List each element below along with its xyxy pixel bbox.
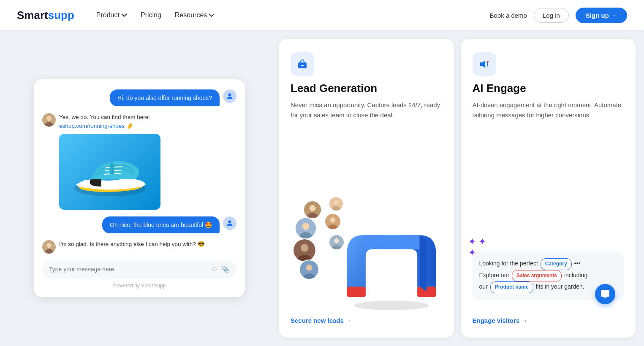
svg-point-38 <box>487 61 489 62</box>
chat-bubble-icon <box>600 289 610 299</box>
agent-avatar-2 <box>42 240 56 254</box>
msg-text-4: I'm so glad. Is there anything else I ca… <box>59 240 205 249</box>
bubble-1: Hi, do you also offer running shoes? <box>110 89 220 106</box>
svg-point-24 <box>301 244 309 252</box>
lead-gen-title: Lead Generation <box>291 82 442 95</box>
logo-smart: Smart <box>17 9 48 22</box>
lead-avatar-1 <box>303 200 322 219</box>
ai-engage-link[interactable]: Engage visitors → <box>473 317 624 324</box>
right-panels: Lead Generation Never miss an opportunit… <box>279 30 644 346</box>
chat-input-area: ☺ 📎 <box>42 260 236 278</box>
sign-up-button[interactable]: Sign up → <box>576 8 627 23</box>
svg-point-8 <box>228 220 231 223</box>
agent-face-icon-2 <box>42 240 56 254</box>
nav-links: Product Pricing Resources <box>91 8 490 22</box>
sales-tag: Sales arguments <box>512 270 562 282</box>
powered-by: Powered by Smartsupp <box>42 283 236 289</box>
ai-engage-card: AI Engage AI-driven engagement at the ri… <box>461 39 636 338</box>
chat-input-icons: ☺ 📎 <box>211 265 230 273</box>
message-incoming-2: I'm so glad. Is there anything else I ca… <box>42 240 236 254</box>
svg-point-10 <box>46 243 51 248</box>
log-in-button[interactable]: Log in <box>534 8 569 23</box>
chat-messages: Hi, do you also offer running shoes? <box>42 89 236 254</box>
message-incoming-1: Yes, we do. You can find them here: esho… <box>42 113 236 210</box>
msg-text-2: Yes, we do. You can find them here: esho… <box>59 113 160 130</box>
user-icon <box>226 92 234 100</box>
chevron-down-icon <box>121 12 127 18</box>
lead-avatar-6 <box>324 213 341 230</box>
lead-avatar-2 <box>295 217 317 239</box>
svg-point-27 <box>306 265 312 271</box>
nav-actions: Book a demo Log in Sign up → <box>490 8 627 23</box>
incoming-content-2: I'm so glad. Is there anything else I ca… <box>59 240 205 249</box>
attachment-icon[interactable]: 📎 <box>221 265 230 273</box>
category-tag: Category <box>541 258 572 270</box>
lead-gen-visual <box>291 192 442 310</box>
magnet-shape <box>341 226 442 310</box>
svg-point-33 <box>334 238 339 243</box>
user-avatar-2 <box>223 216 236 230</box>
shoe-image <box>59 134 160 210</box>
chat-message-input[interactable] <box>49 266 208 273</box>
svg-point-0 <box>228 94 231 97</box>
message-outgoing-2: Oh nice, the blue ones are beautiful 🤩 <box>42 216 236 233</box>
msg-link[interactable]: eshop.com/running-shoes 🤌 <box>59 123 133 129</box>
lead-gen-card: Lead Generation Never miss an opportunit… <box>279 39 454 338</box>
message-outgoing-1: Hi, do you also offer running shoes? <box>42 89 236 106</box>
nav-product[interactable]: Product <box>91 8 132 22</box>
navbar: Smartsupp Product Pricing Resources Book… <box>0 0 644 30</box>
logo-supp: supp <box>48 9 74 22</box>
svg-point-15 <box>310 205 316 211</box>
nav-pricing[interactable]: Pricing <box>136 8 166 22</box>
lead-avatar-3 <box>329 196 344 211</box>
preview-line-1: Looking for the perfect Category ••• <box>479 258 617 270</box>
shoe-illustration <box>68 142 152 201</box>
svg-point-30 <box>330 217 336 223</box>
product-name-tag: Product name <box>490 281 533 293</box>
chevron-down-icon <box>209 12 215 18</box>
briefcase-icon <box>296 58 308 70</box>
svg-rect-13 <box>301 65 304 66</box>
svg-point-2 <box>46 116 51 121</box>
lead-gen-link[interactable]: Secure new leads → <box>291 317 442 324</box>
ai-engage-title: AI Engage <box>473 82 624 95</box>
incoming-content-1: Yes, we do. You can find them here: esho… <box>59 113 160 210</box>
svg-point-18 <box>302 223 310 230</box>
main-content: Hi, do you also offer running shoes? <box>0 30 644 346</box>
preview-line-2: Explore our Sales arguments including <box>479 270 617 282</box>
nav-resources[interactable]: Resources <box>170 8 220 22</box>
user-avatar-1 <box>223 89 236 103</box>
agent-face-icon <box>42 113 56 127</box>
floating-chat-button[interactable] <box>595 284 615 304</box>
ai-engage-desc: AI-driven engagement at the right moment… <box>473 100 624 120</box>
book-demo-link[interactable]: Book a demo <box>490 12 527 19</box>
lead-gen-desc: Never miss an opportunity. Capture leads… <box>291 100 442 120</box>
lead-avatar-4 <box>293 238 316 262</box>
bubble-3: Oh nice, the blue ones are beautiful 🤩 <box>102 216 220 233</box>
svg-rect-35 <box>347 287 365 297</box>
lead-gen-icon-wrap <box>291 52 314 76</box>
logo[interactable]: Smartsupp <box>17 9 74 22</box>
chat-widget: Hi, do you also offer running shoes? <box>34 79 245 297</box>
chat-panel: Hi, do you also offer running shoes? <box>0 30 279 346</box>
user-icon-2 <box>226 219 234 227</box>
lead-avatar-5 <box>299 260 319 280</box>
svg-point-21 <box>334 200 339 205</box>
svg-point-37 <box>354 301 429 310</box>
megaphone-icon <box>478 58 490 70</box>
ai-engage-visual-wrap: ✦ ✦✦ Looking for the perfect Category ••… <box>473 245 624 300</box>
emoji-icon[interactable]: ☺ <box>211 265 218 273</box>
ai-engage-icon-wrap <box>473 52 496 76</box>
agent-avatar-1 <box>42 113 56 127</box>
